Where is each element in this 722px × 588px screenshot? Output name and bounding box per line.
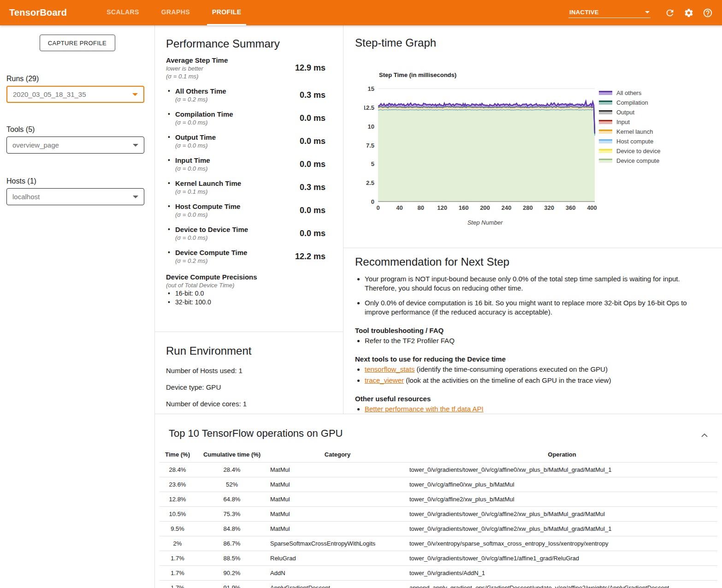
tools-select-value: overview_page xyxy=(12,141,59,149)
perf-metric: •Output Time(σ = 0.0 ms)0.0 ms xyxy=(166,133,325,149)
tools-label: Tools (5) xyxy=(6,125,154,134)
perf-metric: •All Others Time(σ = 0.2 ms)0.3 ms xyxy=(166,87,325,103)
tools-select[interactable]: overview_page xyxy=(6,137,144,154)
op-time: 23.6% xyxy=(160,477,195,492)
hosts-label: Hosts (1) xyxy=(6,177,154,185)
settings-button[interactable] xyxy=(683,7,694,18)
tfdata-api-link[interactable]: Better performance with the tf.data API xyxy=(365,405,484,413)
metric-label: Output Time xyxy=(175,133,300,142)
run-environment-section: Run Environment Number of Hosts used: 1 … xyxy=(155,332,343,408)
metric-sigma: (σ = 0.1 ms) xyxy=(175,188,300,196)
op-category: AddN xyxy=(268,566,407,581)
metric-value: 12.2 ms xyxy=(295,252,325,261)
tool-link-item: tensorflow_stats (identify the time-cons… xyxy=(365,365,694,374)
op-time: 1.7% xyxy=(160,566,195,581)
status-dropdown[interactable]: INACTIVE xyxy=(568,8,651,18)
tensorflow-stats-link[interactable]: tensorflow_stats xyxy=(365,365,414,373)
op-cumulative: 90.2% xyxy=(195,566,268,581)
op-name: tower_0/v/cg/affine0/xw_plus_b/MatMul xyxy=(407,477,717,492)
legend-swatch-icon xyxy=(599,110,612,114)
legend-item-compilation: Compilation xyxy=(599,98,660,107)
tool-link-desc: (identify the time-consuming operations … xyxy=(414,365,608,373)
chevron-down-icon xyxy=(132,93,138,96)
svg-text:240: 240 xyxy=(502,204,512,211)
op-name: append_apply_gradient_ops/GradientDescen… xyxy=(407,581,717,588)
ops-table-row: 1.7%91.9%ApplyGradientDescentappend_appl… xyxy=(160,581,717,588)
chart-legend: All othersCompilationOutputInputKernel l… xyxy=(599,88,660,166)
legend-label: Compilation xyxy=(616,99,648,106)
op-name: tower_0/v/gradients/tower_0/v/cg/affine0… xyxy=(407,463,717,477)
runs-select[interactable]: 2020_03_05_18_31_35 xyxy=(6,86,144,103)
legend-swatch-icon xyxy=(599,91,612,95)
hosts-select[interactable]: localhost xyxy=(6,188,144,205)
capture-profile-button[interactable]: CAPTURE PROFILE xyxy=(40,35,115,51)
status-dropdown-value: INACTIVE xyxy=(569,9,599,16)
trace-viewer-link[interactable]: trace_viewer xyxy=(365,376,404,384)
bullet-icon: • xyxy=(166,133,175,142)
legend-swatch-icon xyxy=(599,120,612,124)
metric-label: Compilation Time xyxy=(175,110,300,119)
perf-metric: •Host Compute Time(σ = 0.0 ms)0.0 ms xyxy=(166,202,325,219)
op-time: 28.4% xyxy=(160,463,195,477)
op-cumulative: 52% xyxy=(195,477,268,492)
svg-text:160: 160 xyxy=(459,204,469,211)
op-cumulative: 86.7% xyxy=(195,536,268,551)
ops-table-row: 23.6%52%MatMultower_0/v/cg/affine0/xw_pl… xyxy=(160,477,717,492)
hosts-select-value: localhost xyxy=(12,193,40,201)
legend-swatch-icon xyxy=(599,149,612,153)
legend-item-output: Output xyxy=(599,107,660,117)
bullet-icon: • xyxy=(166,156,175,165)
recommendation-title: Recommendation for Next Step xyxy=(355,255,694,269)
legend-item-device-to-device: Device to device xyxy=(599,146,660,156)
bullet-icon: • xyxy=(166,248,175,257)
collapse-button[interactable] xyxy=(701,432,708,437)
tab-profile[interactable]: PROFILE xyxy=(207,0,246,25)
app-header: TensorBoard SCALARS GRAPHS PROFILE INACT… xyxy=(0,0,722,25)
col-time: Time (%) xyxy=(160,448,195,463)
op-category: MatMul xyxy=(268,463,407,477)
op-cumulative: 88.5% xyxy=(195,551,268,566)
next-tools-heading: Next tools to use for reducing the Devic… xyxy=(355,355,694,363)
perf-metric: •Kernel Launch Time(σ = 0.1 ms)0.3 ms xyxy=(166,179,325,196)
sidebar: CAPTURE PROFILE Runs (29) 2020_03_05_18_… xyxy=(0,25,155,588)
svg-text:120: 120 xyxy=(437,204,447,211)
average-step-time: Average Step Time lower is better (σ = 0… xyxy=(166,56,325,80)
metric-note: lower is better xyxy=(166,65,295,72)
bullet-icon: • xyxy=(166,225,175,234)
legend-label: All others xyxy=(616,89,641,96)
refresh-button[interactable] xyxy=(664,7,675,18)
tab-scalars[interactable]: SCALARS xyxy=(101,0,144,25)
svg-text:15: 15 xyxy=(368,85,374,92)
legend-item-device-compute: Device compute xyxy=(599,156,660,166)
bullet-icon: • xyxy=(166,289,175,298)
legend-label: Device to device xyxy=(616,148,660,154)
legend-label: Host compute xyxy=(616,138,653,145)
svg-text:360: 360 xyxy=(566,204,576,211)
tab-graphs[interactable]: GRAPHS xyxy=(156,0,195,25)
ops-table-row: 1.7%90.2%AddNtower_0/v/gradients/AddN_1 xyxy=(160,566,717,581)
svg-text:7.5: 7.5 xyxy=(366,142,374,149)
precisions-title: Device Compute Precisions xyxy=(166,273,325,281)
svg-text:0: 0 xyxy=(376,204,379,211)
legend-label: Input xyxy=(616,119,630,125)
precision-item: •32-bit: 100.0 xyxy=(166,298,325,307)
legend-swatch-icon xyxy=(599,139,612,143)
svg-text:320: 320 xyxy=(544,204,554,211)
ops-table-row: 2%86.7%SparseSoftmaxCrossEntropyWithLogi… xyxy=(160,536,717,551)
perf-metric: •Device to Device Time(σ = 0.0 ms)0.0 ms xyxy=(166,225,325,242)
op-time: 12.8% xyxy=(160,492,195,507)
metric-value: 0.0 ms xyxy=(300,206,325,215)
top-ops-table: Time (%) Cumulative time (%) Category Op… xyxy=(160,448,717,588)
svg-text:0: 0 xyxy=(371,198,374,205)
faq-heading: Tool troubleshooting / FAQ xyxy=(355,327,694,334)
help-button[interactable] xyxy=(702,7,713,18)
op-cumulative: 84.8% xyxy=(195,522,268,536)
svg-text:10: 10 xyxy=(368,123,374,130)
svg-text:2.5: 2.5 xyxy=(366,179,374,186)
op-cumulative: 28.4% xyxy=(195,463,268,477)
legend-item-host-compute: Host compute xyxy=(599,137,660,146)
perf-metric: •Device Compute Time(σ = 0.2 ms)12.2 ms xyxy=(166,248,325,265)
bullet-icon: • xyxy=(166,110,175,119)
legend-label: Output xyxy=(616,109,634,116)
op-cumulative: 91.9% xyxy=(195,581,268,588)
